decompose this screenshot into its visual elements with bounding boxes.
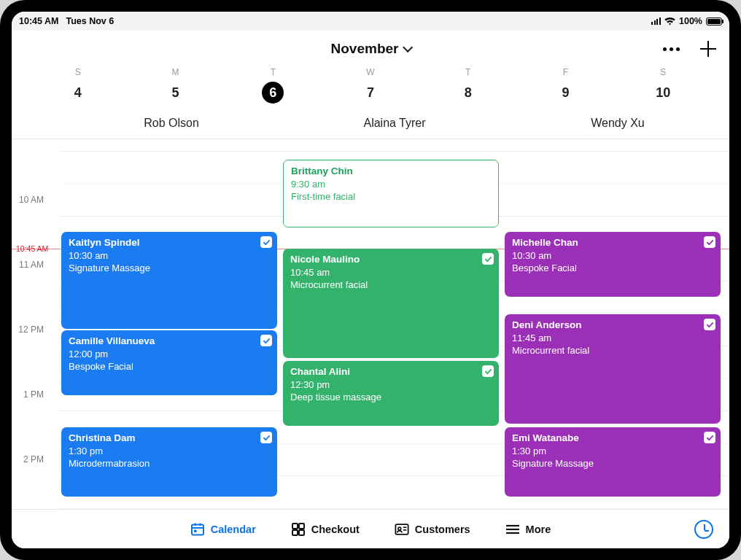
check-icon xyxy=(704,319,715,330)
header: November xyxy=(12,31,729,67)
staff-name-0[interactable]: Rob Olson xyxy=(60,117,283,130)
nav-calendar-label: Calendar xyxy=(211,524,256,535)
day-cell-8[interactable]: T8 xyxy=(419,67,517,104)
day-letter: S xyxy=(29,67,127,77)
appointment-time: 11:45 am xyxy=(512,332,713,345)
staff-column-2[interactable]: Michelle Chan10:30 amBespoke FacialDeni … xyxy=(503,139,725,509)
status-time: 10:45 AM xyxy=(19,16,58,26)
appointment-time: 9:30 am xyxy=(291,179,491,191)
appointment[interactable]: Nicole Maulino10:45 amMicrocurrent facia… xyxy=(283,249,499,358)
day-letter: F xyxy=(517,67,615,77)
appointment-name: Michelle Chan xyxy=(512,236,713,249)
day-cell-5[interactable]: M5 xyxy=(127,67,225,104)
appointment[interactable]: Kaitlyn Spindel10:30 amSignature Massage xyxy=(61,232,277,329)
appointment-service: Deep tissue massage xyxy=(290,392,492,404)
appointment[interactable]: Michelle Chan10:30 amBespoke Facial xyxy=(505,232,721,297)
appointment-time: 12:30 pm xyxy=(290,379,492,392)
hour-label: 11 AM xyxy=(19,260,53,324)
nav-calendar[interactable]: Calendar xyxy=(190,522,256,537)
wifi-icon xyxy=(664,18,675,26)
appointment-name: Chantal Alini xyxy=(290,365,492,378)
appointment[interactable]: Brittany Chin9:30 amFirst-time facial xyxy=(283,160,499,228)
nav-checkout[interactable]: Checkout xyxy=(291,522,360,537)
nav-customers[interactable]: Customers xyxy=(395,522,470,537)
nav-customers-label: Customers xyxy=(415,524,470,535)
appointment-name: Emi Watanabe xyxy=(512,432,713,445)
staff-row: Rob OlsonAlaina TyrerWendy Xu xyxy=(12,108,729,139)
screen: 10:45 AM Tues Nov 6 100% November xyxy=(12,12,729,548)
check-icon xyxy=(260,335,272,346)
bottom-nav: Calendar Checkout Customers More xyxy=(12,509,729,548)
appointment-time: 1:30 pm xyxy=(69,446,270,458)
appointment[interactable]: Chantal Alini12:30 pmDeep tissue massage xyxy=(283,361,499,426)
hour-label: 2 PM xyxy=(23,454,53,509)
appointment[interactable]: Deni Anderson11:45 amMicrocurrent facial xyxy=(505,314,721,424)
battery-percent: 100% xyxy=(679,16,702,26)
day-letter: T xyxy=(419,67,517,77)
day-cell-9[interactable]: F9 xyxy=(517,67,615,104)
day-number: 10 xyxy=(652,82,674,104)
appointment-service: Bespoke Facial xyxy=(69,361,270,373)
customers-icon xyxy=(395,522,409,537)
appointment-name: Deni Anderson xyxy=(512,319,713,332)
staff-name-1[interactable]: Alaina Tyrer xyxy=(283,117,506,130)
appointment-name: Nicole Maulino xyxy=(290,253,492,266)
appointment-service: Signature Massage xyxy=(69,262,270,275)
check-icon xyxy=(704,432,715,443)
day-number: 4 xyxy=(67,82,89,104)
appointment-name: Brittany Chin xyxy=(291,165,491,178)
appointment-time: 12:00 pm xyxy=(69,349,270,361)
svg-rect-0 xyxy=(192,524,203,534)
appointment-service: Bespoke Facial xyxy=(512,262,713,275)
month-picker-button[interactable]: November xyxy=(331,41,411,57)
appointment-service: First-time facial xyxy=(291,191,491,203)
day-number: 9 xyxy=(554,82,576,104)
check-icon xyxy=(260,236,272,248)
day-letter: S xyxy=(614,67,712,77)
check-icon xyxy=(482,253,494,265)
checkout-icon xyxy=(291,522,306,537)
staff-column-0[interactable]: Kaitlyn Spindel10:30 amSignature Massage… xyxy=(60,139,282,509)
appointment[interactable]: Camille Villanueva12:00 pmBespoke Facial xyxy=(61,330,277,395)
appointment-service: Microcurrent facial xyxy=(290,279,492,292)
check-icon xyxy=(704,236,715,248)
staff-name-2[interactable]: Wendy Xu xyxy=(506,117,729,130)
more-menu-icon xyxy=(505,522,520,537)
appointment[interactable]: Christina Dam1:30 pmMicrodermabrasion xyxy=(61,427,277,497)
svg-rect-5 xyxy=(292,524,298,529)
day-number: 6 xyxy=(262,82,284,104)
clock-button[interactable] xyxy=(694,520,713,539)
svg-rect-6 xyxy=(299,524,304,529)
current-time-label: 10:45 AM xyxy=(16,244,48,253)
appointment-name: Christina Dam xyxy=(69,432,270,445)
day-cell-6[interactable]: T6 xyxy=(224,67,322,104)
device-frame: 10:45 AM Tues Nov 6 100% November xyxy=(0,0,741,560)
day-cell-7[interactable]: W7 xyxy=(322,67,419,104)
appointment-service: Microcurrent facial xyxy=(512,345,713,357)
day-cell-4[interactable]: S4 xyxy=(29,67,127,104)
calendar-icon xyxy=(190,522,205,537)
check-icon xyxy=(482,365,494,377)
month-label: November xyxy=(331,41,399,57)
add-button[interactable] xyxy=(700,41,716,57)
day-number: 5 xyxy=(165,82,187,104)
staff-column-1[interactable]: Brittany Chin9:30 amFirst-time facialNic… xyxy=(282,139,503,509)
day-number: 7 xyxy=(360,82,381,104)
calendar-body[interactable]: 10 AM11 AM12 PM1 PM2 PM 10:45 AM Kaitlyn… xyxy=(12,139,729,509)
nav-more[interactable]: More xyxy=(505,522,551,537)
nav-more-label: More xyxy=(526,524,551,535)
appointment-time: 10:30 am xyxy=(512,250,713,262)
staff-columns: Kaitlyn Spindel10:30 amSignature Massage… xyxy=(60,139,725,509)
appointment-name: Kaitlyn Spindel xyxy=(69,236,270,249)
battery-icon xyxy=(706,18,722,26)
svg-point-10 xyxy=(398,527,401,530)
appointment-time: 10:30 am xyxy=(69,250,270,262)
more-options-button[interactable] xyxy=(663,47,680,51)
day-letter: M xyxy=(127,67,225,77)
hour-label: 1 PM xyxy=(23,389,53,454)
day-cell-10[interactable]: S10 xyxy=(614,67,712,104)
appointment-time: 1:30 pm xyxy=(512,446,713,458)
svg-rect-8 xyxy=(299,530,304,535)
appointment-time: 10:45 am xyxy=(290,267,492,279)
appointment[interactable]: Emi Watanabe1:30 pmSignature Massage xyxy=(505,427,721,497)
